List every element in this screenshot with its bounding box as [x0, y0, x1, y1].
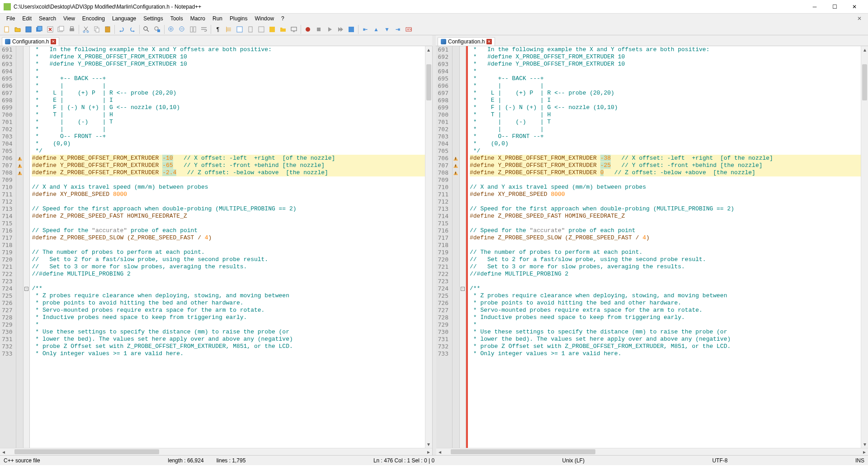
status-lang: C++ source file [4, 457, 40, 464]
warning-icon [453, 157, 458, 161]
h-file-icon [441, 39, 446, 44]
menu-close-icon[interactable]: ✕ [854, 15, 865, 22]
sync-scroll-button[interactable] [188, 24, 198, 34]
print-button[interactable] [67, 24, 77, 34]
h-file-icon [5, 39, 10, 44]
menu-tools[interactable]: Tools [167, 14, 187, 23]
doc-map-button[interactable] [245, 24, 255, 34]
right-tab[interactable]: Configuration.h ✕ [438, 37, 495, 46]
titlebar: C:\Users\xcold\Desktop\ADVi3pp Modified\… [0, 0, 868, 14]
status-enc: UTF-8 [712, 457, 727, 464]
svg-rect-22 [237, 27, 242, 32]
left-tabstrip: Configuration.h ✕ [0, 35, 432, 46]
tab-close-icon[interactable]: ✕ [486, 39, 492, 44]
stop-macro-button[interactable] [314, 24, 324, 34]
left-tab[interactable]: Configuration.h ✕ [2, 37, 59, 46]
folder-workspace-button[interactable] [278, 24, 288, 34]
play-multi-macro-button[interactable] [335, 24, 345, 34]
svg-rect-14 [107, 26, 108, 27]
menu-file[interactable]: File [3, 14, 19, 23]
left-editor[interactable]: 6916926936946956966976986997007017027037… [0, 46, 432, 448]
find-button[interactable] [142, 24, 151, 34]
compare-toggle-button[interactable]: abc [404, 24, 414, 34]
menu-macro[interactable]: Macro [187, 14, 209, 23]
status-length: length : 66,924 [168, 457, 203, 464]
replace-button[interactable] [152, 24, 162, 34]
warning-icon [18, 171, 22, 175]
svg-rect-26 [291, 27, 297, 31]
compare-last-button[interactable]: ⇥ [393, 24, 403, 34]
menu-run[interactable]: Run [209, 14, 226, 23]
close-file-button[interactable] [45, 24, 55, 34]
fold-toggle[interactable]: − [24, 287, 28, 291]
status-mode: INS [855, 457, 864, 464]
svg-rect-1 [26, 27, 31, 32]
left-pane: 6916926936946956966976986997007017027037… [0, 46, 433, 455]
menu-language[interactable]: Language [108, 14, 140, 23]
svg-rect-28 [317, 28, 321, 31]
svg-rect-6 [59, 26, 64, 31]
menu-plugins[interactable]: Plugins [226, 14, 251, 23]
window-title: C:\Users\xcold\Desktop\ADVi3pp Modified\… [14, 4, 805, 10]
menu-edit[interactable]: Edit [19, 14, 35, 23]
fold-column: − [460, 46, 466, 448]
zoom-in-button[interactable] [166, 24, 176, 34]
user-lang-button[interactable] [235, 24, 245, 34]
left-tab-label: Configuration.h [12, 38, 49, 45]
svg-point-27 [306, 27, 310, 32]
save-button[interactable] [24, 24, 33, 34]
function-list-button[interactable] [267, 24, 277, 34]
horizontal-scrollbar[interactable]: ◂▸ [0, 448, 432, 455]
show-all-chars-button[interactable]: ¶ [213, 24, 223, 34]
svg-point-15 [144, 27, 147, 30]
menu-search[interactable]: Search [35, 14, 60, 23]
menu-settings[interactable]: Settings [140, 14, 166, 23]
svg-rect-23 [249, 27, 252, 32]
monitor-button[interactable] [289, 24, 299, 34]
paste-button[interactable] [103, 24, 113, 34]
maximize-button[interactable]: ☐ [825, 0, 844, 14]
menu-view[interactable]: View [60, 14, 79, 23]
redo-button[interactable] [127, 24, 137, 34]
warning-icon [453, 171, 458, 175]
wrap-button[interactable] [199, 24, 209, 34]
svg-rect-20 [190, 27, 193, 32]
right-pane: 6916926936946956966976986997007017027037… [436, 46, 868, 455]
copy-button[interactable] [92, 24, 102, 34]
new-file-button[interactable] [2, 24, 12, 34]
vertical-scrollbar[interactable]: ▴▾ [861, 46, 868, 448]
zoom-out-button[interactable] [177, 24, 187, 34]
compare-first-button[interactable]: ⇤ [360, 24, 370, 34]
save-all-button[interactable] [34, 24, 44, 34]
code-area[interactable]: * In the following example the X and Y o… [30, 46, 425, 448]
menu-window[interactable]: Window [251, 14, 278, 23]
fold-toggle[interactable]: − [461, 287, 465, 291]
record-macro-button[interactable] [303, 24, 313, 34]
indent-guide-button[interactable] [224, 24, 234, 34]
svg-rect-17 [157, 29, 160, 32]
compare-prev-button[interactable]: ▲ [371, 24, 381, 34]
vertical-scrollbar[interactable]: ▴▾ [425, 46, 432, 448]
tab-close-icon[interactable]: ✕ [51, 39, 56, 44]
compare-next-button[interactable]: ▼ [382, 24, 392, 34]
undo-button[interactable] [117, 24, 127, 34]
code-area[interactable]: * In the following example the X and Y o… [468, 46, 861, 448]
right-editor[interactable]: 6916926936946956966976986997007017027037… [436, 46, 868, 448]
svg-rect-3 [38, 26, 42, 31]
doc-list-button[interactable] [256, 24, 266, 34]
marker-column [453, 46, 460, 448]
open-file-button[interactable] [13, 24, 23, 34]
menu-encoding[interactable]: Encoding [79, 14, 108, 23]
cut-button[interactable] [81, 24, 91, 34]
app-icon [4, 3, 11, 10]
minimize-button[interactable]: ─ [805, 0, 825, 14]
svg-rect-25 [269, 27, 275, 32]
close-all-button[interactable] [56, 24, 66, 34]
svg-rect-0 [5, 27, 9, 32]
play-macro-button[interactable] [325, 24, 335, 34]
menu-?[interactable]: ? [278, 14, 288, 23]
pane-splitter[interactable] [433, 46, 436, 455]
save-macro-button[interactable] [346, 24, 356, 34]
horizontal-scrollbar[interactable]: ◂▸ [436, 448, 868, 455]
close-button[interactable]: ✕ [844, 0, 864, 14]
